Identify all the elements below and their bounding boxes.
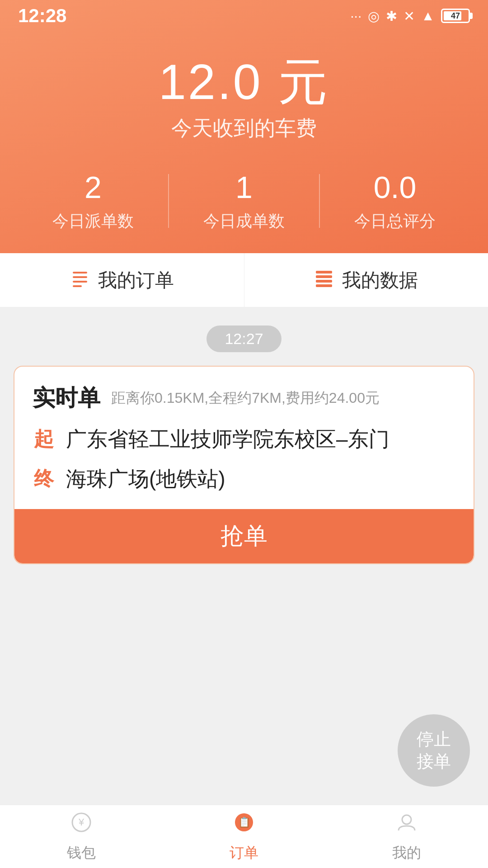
tab-my-orders[interactable]: 我的订单 [0, 253, 244, 307]
status-time: 12:28 [18, 5, 66, 27]
tab-orders-label: 我的订单 [98, 268, 174, 293]
stat-label-score: 今日总评分 [354, 210, 436, 232]
tab-my-data[interactable]: 我的数据 [244, 253, 488, 307]
order-route: 起 广东省轻工业技师学院东校区–东门 终 海珠广场(地铁站) [14, 426, 474, 509]
signal-icon: ··· [350, 8, 361, 24]
start-dot: 起 [33, 426, 55, 453]
svg-point-12 [402, 815, 411, 824]
stat-value-completed: 1 [235, 170, 253, 205]
bottom-nav: ¥ 钱包 📋 订单 我的 [0, 805, 488, 868]
grab-order-button[interactable]: 抢单 [14, 509, 474, 563]
end-address: 海珠广场(地铁站) [66, 466, 225, 493]
svg-text:📋: 📋 [238, 816, 251, 828]
nav-profile-label: 我的 [392, 843, 421, 863]
stat-label-completed: 今日成单数 [203, 210, 285, 232]
route-end: 终 海珠广场(地铁站) [33, 466, 455, 493]
order-header: 实时单 距离你0.15KM,全程约7KM,费用约24.00元 [14, 367, 474, 426]
fare-amount: 12.0 元 [159, 54, 330, 109]
nav-orders-icon: 📋 [232, 811, 256, 840]
nav-profile[interactable]: 我的 [325, 805, 488, 868]
tab-data-label: 我的数据 [342, 268, 418, 293]
svg-rect-3 [73, 285, 82, 287]
headphone-icon: ◎ [368, 8, 380, 24]
svg-text:¥: ¥ [78, 816, 84, 828]
battery-level: 47 [451, 11, 460, 21]
nav-orders-label: 订单 [230, 843, 258, 863]
nav-wallet-label: 钱包 [67, 843, 96, 863]
nav-orders[interactable]: 📋 订单 [163, 805, 325, 868]
svg-rect-4 [316, 271, 332, 274]
wallet-icon: ¥ [70, 811, 93, 840]
sim-icon: ✕ [404, 8, 415, 24]
stat-value-dispatched: 2 [84, 170, 102, 205]
stop-button-label: 停止接单 [417, 728, 451, 773]
svg-rect-7 [316, 284, 332, 287]
order-meta: 距离你0.15KM,全程约7KM,费用约24.00元 [111, 388, 380, 408]
end-dot: 终 [33, 466, 55, 492]
orders-icon [70, 268, 90, 292]
svg-rect-5 [316, 275, 332, 278]
battery-icon: 47 [441, 9, 470, 23]
bluetooth-icon: ✱ [386, 8, 397, 24]
wifi-icon: ▲ [421, 8, 435, 24]
stat-value-score: 0.0 [374, 170, 417, 205]
nav-wallet[interactable]: ¥ 钱包 [0, 805, 163, 868]
order-card: 实时单 距离你0.15KM,全程约7KM,费用约24.00元 起 广东省轻工业技… [14, 366, 474, 564]
fare-label: 今天收到的车费 [171, 114, 317, 142]
order-time: 12:27 [206, 326, 281, 352]
stat-orders-dispatched: 2 今日派单数 [18, 170, 168, 232]
stat-label-dispatched: 今日派单数 [52, 210, 134, 232]
tabs-bar: 我的订单 我的数据 [0, 253, 488, 307]
stats-row: 2 今日派单数 1 今日成单数 0.0 今日总评分 [0, 170, 488, 232]
route-start: 起 广东省轻工业技师学院东校区–东门 [33, 426, 455, 453]
status-bar: 12:28 ··· ◎ ✱ ✕ ▲ 47 [0, 0, 488, 32]
svg-rect-0 [73, 272, 87, 274]
stat-orders-completed: 1 今日成单数 [169, 170, 319, 232]
header-section: 12.0 元 今天收到的车费 2 今日派单数 1 今日成单数 0.0 今日总评分 [0, 0, 488, 253]
time-badge: 12:27 [14, 326, 474, 352]
data-icon [314, 268, 334, 292]
stat-score: 0.0 今日总评分 [320, 170, 470, 232]
stop-receiving-button[interactable]: 停止接单 [398, 714, 470, 787]
profile-icon [395, 811, 418, 840]
svg-rect-1 [73, 276, 87, 278]
svg-rect-2 [73, 281, 87, 283]
order-type: 实时单 [33, 383, 100, 413]
svg-rect-6 [316, 280, 332, 283]
status-icons: ··· ◎ ✱ ✕ ▲ 47 [350, 8, 470, 24]
start-address: 广东省轻工业技师学院东校区–东门 [66, 426, 389, 453]
